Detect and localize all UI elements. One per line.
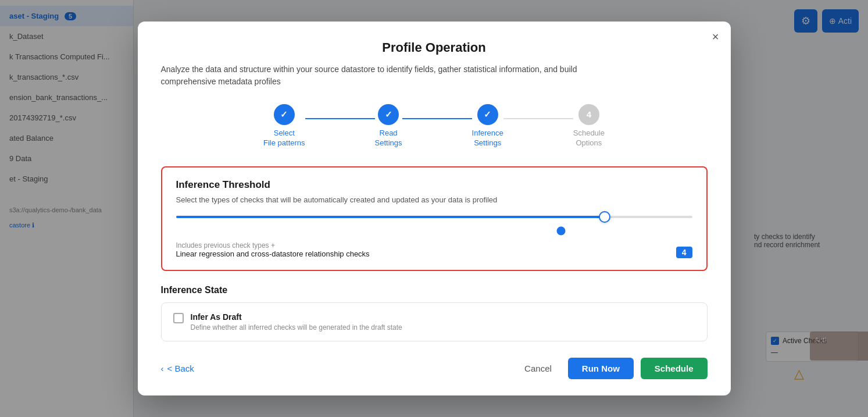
modal-title: Profile Operation [161,40,708,55]
run-now-button[interactable]: Run Now [568,358,634,379]
check-type-label: Linear regression and cross-datastore re… [176,250,370,258]
step-3-circle: ✓ [477,104,498,125]
checkbox-description: Define whether all inferred checks will … [191,323,402,332]
chevron-left-icon: ‹ [161,363,164,373]
infer-as-draft-card: Infer As Draft Define whether all inferr… [161,302,708,341]
connector-1-2 [305,118,375,119]
close-button[interactable]: × [712,31,719,42]
threshold-description: Select the types of checks that will be … [176,195,692,204]
threshold-title: Inference Threshold [176,179,692,191]
back-label: < Back [167,363,194,373]
connector-2-3 [402,118,472,119]
modal-description: Analyze the data and structure within yo… [161,63,603,88]
threshold-slider[interactable] [176,230,692,232]
inference-threshold-section: Inference Threshold Select the types of … [161,166,708,271]
step-1-circle: ✓ [274,104,295,125]
checkbox-content: Infer As Draft Define whether all inferr… [191,312,402,332]
step-1: ✓ Select File patterns [263,104,305,148]
cancel-button[interactable]: Cancel [515,359,561,378]
step-4: 4 Schedule Options [573,104,605,148]
modal-footer: ‹ < Back Cancel Run Now Schedule [161,358,708,379]
checkbox-label: Infer As Draft [191,312,402,322]
slider-container [176,216,692,234]
includes-label: Includes previous check types + [176,241,370,250]
step-2-circle: ✓ [378,104,399,125]
inference-state-title: Inference State [161,285,708,295]
step-4-label: Schedule Options [573,129,605,148]
step-2-label: Read Settings [375,129,402,148]
slider-track [176,216,692,218]
footer-right-actions: Cancel Run Now Schedule [515,358,707,379]
modal: × Profile Operation Analyze the data and… [138,22,731,396]
schedule-button[interactable]: Schedule [641,358,708,379]
slider-text: Includes previous check types + Linear r… [176,241,370,258]
connector-3-4 [503,118,573,119]
step-1-label: Select File patterns [263,129,305,148]
stepper: ✓ Select File patterns ✓ Read Settings ✓… [161,104,708,148]
back-button[interactable]: ‹ < Back [161,363,194,373]
modal-overlay: × Profile Operation Analyze the data and… [0,0,868,417]
infer-draft-checkbox[interactable] [173,313,184,323]
slider-label-row: Includes previous check types + Linear r… [176,241,692,258]
inference-state-section: Inference State Infer As Draft Define wh… [161,285,708,341]
step-3: ✓ Inference Settings [472,104,503,148]
slider-value-badge: 4 [676,247,692,258]
step-2: ✓ Read Settings [375,104,402,148]
slider-thumb [599,211,610,223]
step-4-circle: 4 [578,104,599,125]
step-3-label: Inference Settings [472,129,503,148]
